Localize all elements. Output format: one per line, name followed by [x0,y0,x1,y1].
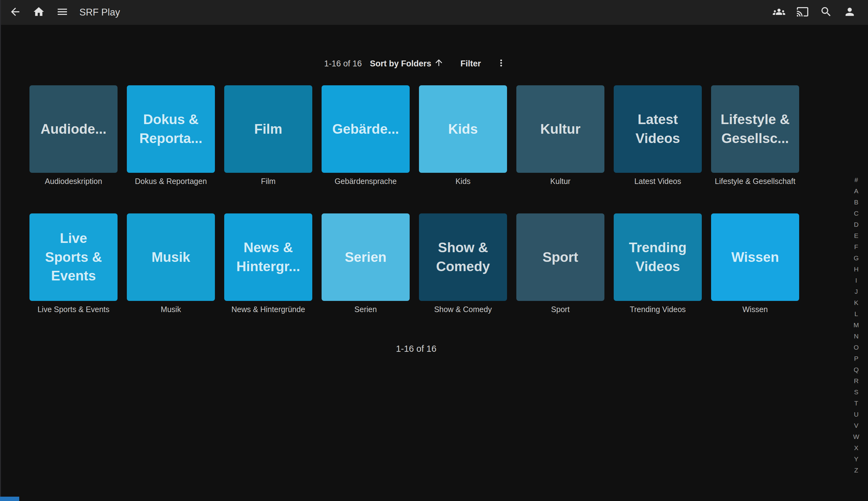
folder-tile[interactable]: Live Sports & Events [30,213,118,301]
alpha-letter-button[interactable]: U [849,409,863,420]
library-folder-card[interactable]: Dokus & Reporta... Dokus & Reportagen [127,85,215,186]
alpha-letter-button[interactable]: A [849,185,863,197]
alpha-letter-button[interactable]: H [849,264,863,275]
alpha-letter-button[interactable]: T [849,398,863,409]
back-button[interactable] [6,3,24,21]
home-button[interactable] [30,3,48,21]
library-folder-card[interactable]: News & Hintergr... News & Hintergründe [224,213,312,314]
page-title: SRF Play [79,7,120,18]
alpha-letter-button[interactable]: K [849,297,863,308]
menu-button[interactable] [53,3,71,21]
alpha-letter-button[interactable]: J [849,286,863,297]
folder-tile[interactable]: Show & Comedy [419,213,507,301]
alpha-letter-button[interactable]: C [849,208,863,219]
alpha-letter-button[interactable]: Z [849,465,863,476]
folder-tile[interactable]: Latest Videos [614,85,702,173]
search-button[interactable] [817,3,835,21]
alpha-letter-button[interactable]: B [849,197,863,208]
folder-tile[interactable]: Gebärde... [322,85,410,173]
library-folder-card[interactable]: Latest Videos Latest Videos [614,85,702,186]
filter-button[interactable]: Filter [460,59,481,68]
folder-tile-title: Musik [148,248,194,267]
folder-card-label[interactable]: Live Sports & Events [30,305,118,314]
folder-card-label[interactable]: Lifestyle & Gesellschaft [711,177,799,186]
folder-tile[interactable]: Kultur [516,85,605,173]
folder-card-label[interactable]: Latest Videos [614,177,702,186]
folder-tile-title: News & Hintergr... [232,238,304,276]
folder-card-label[interactable]: Show & Comedy [419,305,507,314]
alpha-letter-button[interactable]: X [849,443,863,454]
alpha-letter-button[interactable]: O [849,342,863,353]
folder-card-label[interactable]: Audiodeskription [30,177,118,186]
folder-tile[interactable]: News & Hintergr... [224,213,312,301]
arrow-up-icon [431,58,444,70]
folder-tile[interactable]: Serien [322,213,410,301]
home-icon [33,6,45,19]
library-folder-card[interactable]: Serien Serien [322,213,410,314]
cast-icon [796,6,809,19]
folder-card-label[interactable]: Kultur [516,177,605,186]
library-folder-card[interactable]: Audiode... Audiodeskription [30,85,118,186]
alpha-letter-button[interactable]: P [849,353,863,364]
folder-card-label[interactable]: Wissen [711,305,799,314]
folder-tile[interactable]: Film [224,85,312,173]
folder-tile[interactable]: Musik [127,213,215,301]
alpha-letter-button[interactable]: S [849,386,863,398]
alpha-letter-button[interactable]: # [849,174,863,185]
library-folder-card[interactable]: Wissen Wissen [711,213,799,314]
library-folder-card[interactable]: Gebärde... Gebärdensprache [322,85,410,186]
alpha-letter-button[interactable]: L [849,308,863,320]
folder-tile[interactable]: Audiode... [30,85,118,173]
alpha-letter-button[interactable]: W [849,431,863,443]
more-options-button[interactable] [494,56,508,71]
library-folder-card[interactable]: Kultur Kultur [516,85,605,186]
folder-card-label[interactable]: Sport [516,305,605,314]
folder-tile-title: Sport [539,248,582,267]
folder-card-label[interactable]: Gebärdensprache [322,177,410,186]
library-folder-card[interactable]: Lifestyle & Gesellsc... Lifestyle & Gese… [711,85,799,186]
library-folder-card[interactable]: Kids Kids [419,85,507,186]
alpha-letter-button[interactable]: M [849,320,863,331]
folder-card-label[interactable]: News & Hintergründe [224,305,312,314]
folder-card-label[interactable]: Serien [322,305,410,314]
library-folder-card[interactable]: Trending Videos Trending Videos [614,213,702,314]
alpha-letter-button[interactable]: R [849,375,863,386]
library-folder-card[interactable]: Sport Sport [516,213,605,314]
folder-card-label[interactable]: Kids [419,177,507,186]
alpha-letter-button[interactable]: Q [849,364,863,375]
cast-button[interactable] [794,3,812,21]
alpha-letter-button[interactable]: V [849,420,863,431]
alpha-letter-button[interactable]: D [849,219,863,230]
folder-tile-title: Lifestyle & Gesellsc... [717,110,794,148]
folder-tile[interactable]: Trending Videos [614,213,702,301]
folder-card-label[interactable]: Dokus & Reportagen [127,177,215,186]
folder-tile[interactable]: Sport [516,213,605,301]
alpha-letter-button[interactable]: N [849,331,863,342]
library-folder-card[interactable]: Musik Musik [127,213,215,314]
top-app-bar: SRF Play [0,0,868,25]
library-folder-card[interactable]: Live Sports & Events Live Sports & Event… [30,213,118,314]
scroll-indicator[interactable] [0,497,19,501]
alpha-letter-button[interactable]: G [849,253,863,264]
sort-button[interactable]: Sort by Folders [370,58,444,70]
alpha-letter-button[interactable]: E [849,230,863,241]
folder-card-label[interactable]: Trending Videos [614,305,702,314]
library-folder-card[interactable]: Show & Comedy Show & Comedy [419,213,507,314]
library-grid: Audiode... Audiodeskription Dokus & Repo… [0,85,832,314]
user-button[interactable] [841,3,859,21]
folder-card-label[interactable]: Film [224,177,312,186]
alpha-letter-button[interactable]: Y [849,454,863,465]
syncplay-button[interactable] [770,3,788,21]
result-count: 1-16 of 16 [324,59,362,68]
folder-tile[interactable]: Lifestyle & Gesellsc... [711,85,799,173]
folder-tile-title: Film [251,120,286,139]
alpha-letter-button[interactable]: I [849,275,863,286]
library-folder-card[interactable]: Film Film [224,85,312,186]
sort-button-label: Sort by Folders [370,59,431,68]
folder-tile-title: Kultur [536,120,584,139]
alpha-letter-button[interactable]: F [849,241,863,253]
folder-tile[interactable]: Wissen [711,213,799,301]
folder-tile[interactable]: Dokus & Reporta... [127,85,215,173]
folder-card-label[interactable]: Musik [127,305,215,314]
folder-tile[interactable]: Kids [419,85,507,173]
